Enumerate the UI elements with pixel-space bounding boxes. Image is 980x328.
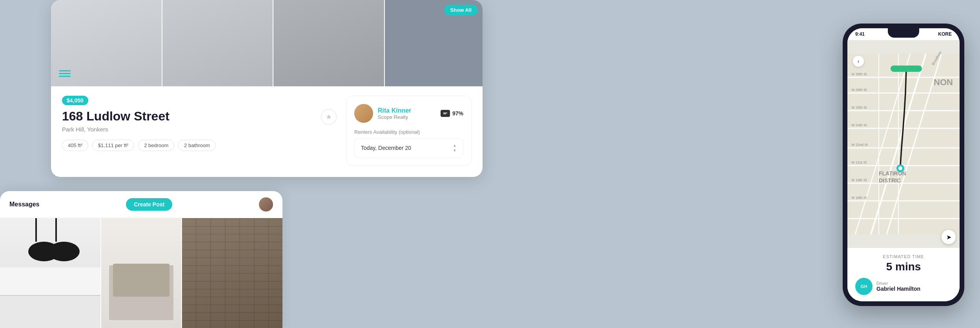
agent-avatar xyxy=(354,104,373,123)
property-image-1 xyxy=(51,0,162,86)
bottom-panel: ESTIMATED TIME 5 mins GH Driver Gabriel … xyxy=(847,248,960,301)
tag-bedroom: 2 bedroom xyxy=(138,140,174,151)
svg-text:W 24th St: W 24th St xyxy=(851,123,867,127)
agent-header: Rita Kinner Scope Realty 97% xyxy=(354,104,463,123)
social-card: Messages Create Post xyxy=(0,191,282,328)
post-image-1 xyxy=(0,218,101,328)
property-image-4: Show All xyxy=(385,0,483,86)
property-image-2 xyxy=(162,0,274,86)
property-title-row: 168 Ludlow Street Park Hill, Yonkers 405… xyxy=(62,109,337,151)
compass-button[interactable]: ➤ xyxy=(942,230,956,244)
status-time: 9:41 xyxy=(855,31,865,37)
driver-avatar: GH xyxy=(855,278,873,295)
svg-text:W 22nd St: W 22nd St xyxy=(851,143,868,147)
map-area[interactable]: W 30th St W 26th St W 25th St W 24th St … xyxy=(847,40,960,248)
estimated-time: 5 mins xyxy=(855,261,952,273)
driver-info: Driver Gabriel Hamilton xyxy=(876,281,920,292)
post-image-2 xyxy=(101,218,182,328)
tag-price-per-ft: $1,111 per ft² xyxy=(92,140,134,151)
favorite-button[interactable]: ★ xyxy=(321,109,337,125)
rating-icon xyxy=(441,110,450,117)
property-title: 168 Ludlow Street xyxy=(62,109,315,124)
map-svg: W 30th St W 26th St W 25th St W 24th St … xyxy=(847,40,960,248)
phone: 9:41 ▐▐▐ ((·)) ▓ KORE xyxy=(843,24,964,306)
back-button[interactable]: ‹ xyxy=(853,56,864,67)
property-card: Show All $4,050 168 Ludlow Street Park H… xyxy=(51,0,483,177)
driver-role: Driver xyxy=(876,281,920,286)
estimated-label: ESTIMATED TIME xyxy=(855,254,952,259)
agent-card: Rita Kinner Scope Realty 97% Renters Ava… xyxy=(346,96,472,166)
messages-label: Messages xyxy=(9,201,40,208)
agent-rating: 97% xyxy=(441,110,463,117)
agent-name: Rita Kinner xyxy=(378,107,436,114)
rating-value: 97% xyxy=(452,110,463,117)
agent-company: Scope Realty xyxy=(378,114,436,120)
user-avatar xyxy=(259,197,273,211)
compass-icon: ➤ xyxy=(946,233,951,241)
availability-label: Renters Availability (optional) xyxy=(354,129,463,135)
availability-select[interactable]: Today, December 20 ▲ ▼ xyxy=(354,138,463,158)
svg-text:W 18th St: W 18th St xyxy=(851,196,867,200)
carrier-name: KORE xyxy=(938,31,952,37)
agent-info: Rita Kinner Scope Realty xyxy=(378,107,436,120)
property-info-section: $4,050 168 Ludlow Street Park Hill, Yonk… xyxy=(62,96,337,166)
availability-value: Today, December 20 xyxy=(361,145,411,151)
select-arrows-icon: ▲ ▼ xyxy=(453,143,457,153)
property-location: Park Hill, Yonkers xyxy=(62,126,315,133)
svg-text:W 21st St: W 21st St xyxy=(851,160,867,164)
svg-point-32 xyxy=(898,166,902,170)
decorative-lines xyxy=(59,70,71,78)
svg-text:W 25th St: W 25th St xyxy=(851,106,867,109)
tag-size: 405 ft² xyxy=(62,140,88,151)
phone-frame: 9:41 ▐▐▐ ((·)) ▓ KORE xyxy=(843,24,964,306)
svg-text:W 30th St: W 30th St xyxy=(851,72,867,76)
price-badge: $4,050 xyxy=(62,96,88,105)
svg-rect-1 xyxy=(443,113,447,113)
property-tags: 405 ft² $1,111 per ft² 2 bedroom 2 bathr… xyxy=(62,140,315,151)
svg-rect-30 xyxy=(891,66,922,72)
star-icon: ★ xyxy=(326,113,332,121)
post-image-3 xyxy=(182,218,282,328)
driver-initials: GH xyxy=(861,284,867,289)
svg-text:W 26th St: W 26th St xyxy=(851,88,867,92)
show-all-button[interactable]: Show All xyxy=(444,5,478,15)
back-icon: ‹ xyxy=(858,58,860,64)
property-images: Show All xyxy=(51,0,483,86)
create-post-button[interactable]: Create Post xyxy=(126,198,172,211)
social-card-header: Messages Create Post xyxy=(0,191,282,218)
phone-notch xyxy=(888,28,919,38)
svg-text:DISTRIC: DISTRIC xyxy=(879,177,901,184)
property-card-body: $4,050 168 Ludlow Street Park Hill, Yonk… xyxy=(51,86,483,177)
svg-rect-0 xyxy=(443,111,448,115)
svg-rect-2 xyxy=(443,114,446,115)
property-details: 168 Ludlow Street Park Hill, Yonkers 405… xyxy=(62,109,315,151)
svg-text:W 19th St: W 19th St xyxy=(851,178,867,182)
tag-bathroom: 2 bathroom xyxy=(178,140,216,151)
svg-text:NON: NON xyxy=(934,77,953,87)
post-images xyxy=(0,218,282,328)
driver-name: Gabriel Hamilton xyxy=(876,286,920,292)
phone-screen: 9:41 ▐▐▐ ((·)) ▓ KORE xyxy=(847,28,960,301)
driver-row: GH Driver Gabriel Hamilton xyxy=(855,278,952,295)
property-image-3 xyxy=(273,0,385,86)
